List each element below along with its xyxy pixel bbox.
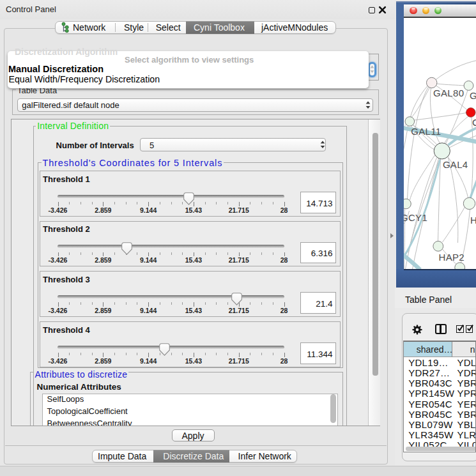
svg-text:HAP2: HAP2 [438,252,464,263]
svg-text:HA: HA [470,215,476,226]
svg-text:GAL1: GAL1 [470,90,476,101]
svg-text:GAL4: GAL4 [442,159,468,170]
svg-text:GAL80: GAL80 [433,88,464,98]
svg-text:GCY1: GCY1 [404,212,427,223]
svg-text:GAL11: GAL11 [411,126,441,137]
svg-text:CA: CA [472,117,476,128]
